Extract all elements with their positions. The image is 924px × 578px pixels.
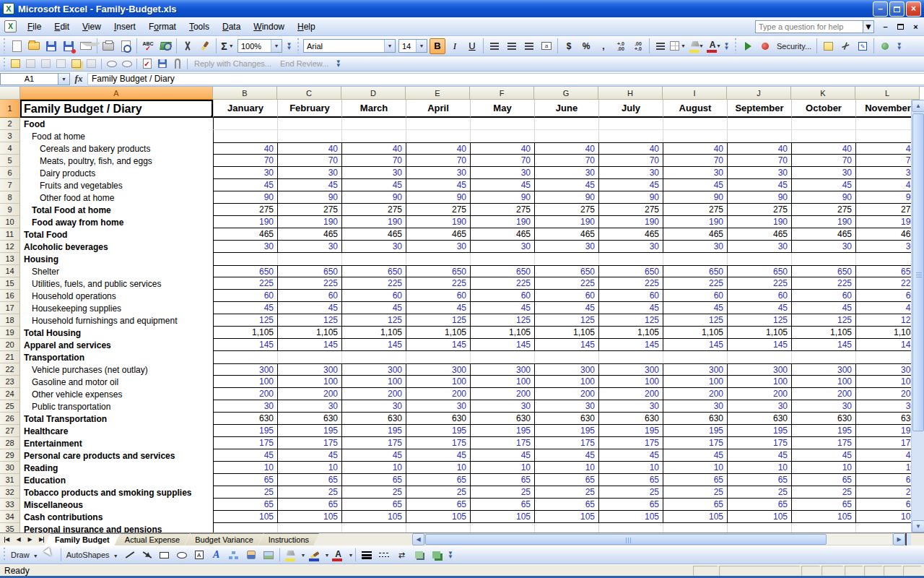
cell-H11[interactable]: 465: [598, 228, 663, 241]
cell-H32[interactable]: 25: [598, 486, 663, 499]
cell-J10[interactable]: 190: [727, 216, 791, 228]
cell-K34[interactable]: 105: [791, 511, 855, 523]
oval-tool-icon[interactable]: [174, 547, 190, 563]
horizontal-scrollbar[interactable]: ◀ ▶: [412, 533, 911, 546]
workbook-close-icon[interactable]: ×: [910, 21, 921, 32]
cell-L24[interactable]: 200: [855, 388, 920, 400]
cell-J4[interactable]: 40: [727, 142, 791, 155]
cell-F6[interactable]: 30: [470, 167, 534, 179]
cell-C29[interactable]: 45: [277, 449, 341, 462]
cell-A27[interactable]: Healthcare: [20, 425, 213, 437]
cell-D1[interactable]: March: [341, 100, 406, 118]
cell-J31[interactable]: 65: [727, 474, 791, 486]
cell-G4[interactable]: 40: [534, 142, 598, 155]
cell-H2[interactable]: [598, 118, 663, 130]
cell-D28[interactable]: 175: [341, 437, 406, 449]
cell-E14[interactable]: 650: [406, 265, 470, 277]
row-header-13[interactable]: 13: [0, 253, 20, 265]
cell-K15[interactable]: 225: [791, 277, 855, 290]
cell-I3[interactable]: [663, 130, 727, 142]
cell-B30[interactable]: 10: [213, 462, 277, 474]
cell-E7[interactable]: 45: [406, 179, 470, 191]
cell-H23[interactable]: 100: [598, 376, 663, 388]
row-header-9[interactable]: 9: [0, 204, 20, 216]
end-review-button[interactable]: End Review...: [276, 59, 333, 68]
cell-B22[interactable]: 300: [213, 363, 277, 376]
cell-B20[interactable]: 145: [213, 339, 277, 351]
cell-H14[interactable]: 650: [598, 265, 663, 277]
cell-F35[interactable]: [470, 523, 534, 532]
cell-E8[interactable]: 90: [406, 191, 470, 204]
cell-I11[interactable]: 465: [663, 228, 727, 241]
row-header-35[interactable]: 35: [0, 523, 20, 532]
row-header-2[interactable]: 2: [0, 118, 20, 130]
cell-G6[interactable]: 30: [534, 167, 598, 179]
rectangle-tool-icon[interactable]: [157, 547, 173, 563]
menu-format[interactable]: Format: [142, 19, 183, 35]
first-sheet-icon[interactable]: ◀: [1, 534, 12, 545]
cell-A4[interactable]: Cereals and bakery products: [20, 142, 213, 155]
cell-E10[interactable]: 190: [406, 216, 470, 228]
cell-B17[interactable]: 45: [213, 302, 277, 314]
cell-C7[interactable]: 45: [277, 179, 341, 191]
cell-B23[interactable]: 100: [213, 376, 277, 388]
cell-D25[interactable]: 30: [341, 400, 406, 413]
toolbar-drag-handle[interactable]: [733, 38, 737, 54]
cell-F34[interactable]: 105: [470, 511, 534, 523]
cell-G2[interactable]: [534, 118, 598, 130]
cell-K28[interactable]: 175: [791, 437, 855, 449]
cell-H12[interactable]: 30: [598, 241, 663, 253]
cell-H34[interactable]: 105: [598, 511, 663, 523]
cell-G16[interactable]: 60: [534, 290, 598, 302]
cell-I30[interactable]: 10: [663, 462, 727, 474]
cell-C25[interactable]: 30: [277, 400, 341, 413]
cell-I26[interactable]: 630: [663, 413, 727, 425]
arrow-style-icon[interactable]: ⇄: [393, 547, 409, 563]
cell-A32[interactable]: Tobacco products and smoking supplies: [20, 486, 213, 499]
cell-G32[interactable]: 25: [534, 486, 598, 499]
cell-E18[interactable]: 125: [406, 314, 470, 327]
align-right-button[interactable]: [521, 38, 537, 54]
col-header-F[interactable]: F: [470, 87, 534, 100]
cell-G33[interactable]: 65: [534, 499, 598, 511]
cell-A21[interactable]: Transportation: [20, 351, 213, 363]
cell-J25[interactable]: 30: [727, 400, 791, 413]
cell-D13[interactable]: [341, 253, 406, 265]
cell-D8[interactable]: 90: [341, 191, 406, 204]
tab-split-handle[interactable]: [905, 533, 911, 545]
cell-I7[interactable]: 45: [663, 179, 727, 191]
cell-E23[interactable]: 100: [406, 376, 470, 388]
next-comment-icon[interactable]: [39, 57, 53, 70]
cell-K31[interactable]: 65: [791, 474, 855, 486]
cell-B32[interactable]: 25: [213, 486, 277, 499]
row-header-6[interactable]: 6: [0, 167, 20, 179]
3d-style-icon[interactable]: [428, 547, 444, 563]
cell-A22[interactable]: Vehicle purchases (net outlay): [20, 363, 213, 376]
increase-decimal-button[interactable]: +.0.00: [613, 38, 629, 54]
cell-F19[interactable]: 1,105: [470, 327, 534, 339]
col-header-E[interactable]: E: [406, 87, 470, 100]
font-color-icon[interactable]: A: [330, 547, 346, 563]
cell-C34[interactable]: 105: [277, 511, 341, 523]
fill-color-icon[interactable]: [283, 547, 299, 563]
underline-button[interactable]: U: [464, 38, 480, 54]
cell-G14[interactable]: 650: [534, 265, 598, 277]
cell-G7[interactable]: 45: [534, 179, 598, 191]
col-header-D[interactable]: D: [341, 87, 406, 100]
cell-D29[interactable]: 45: [341, 449, 406, 462]
cell-C22[interactable]: 300: [277, 363, 341, 376]
cell-F10[interactable]: 190: [470, 216, 534, 228]
cell-G28[interactable]: 175: [534, 437, 598, 449]
col-header-C[interactable]: C: [277, 87, 341, 100]
cell-K30[interactable]: 10: [791, 462, 855, 474]
cell-E12[interactable]: 30: [406, 241, 470, 253]
menu-window[interactable]: Window: [247, 19, 291, 35]
cell-E26[interactable]: 630: [406, 413, 470, 425]
next-sheet-icon[interactable]: ▶: [25, 534, 35, 545]
cell-L15[interactable]: 225: [855, 277, 920, 290]
cell-I17[interactable]: 45: [663, 302, 727, 314]
cell-C33[interactable]: 65: [277, 499, 341, 511]
cell-K6[interactable]: 30: [791, 167, 855, 179]
cell-J32[interactable]: 25: [727, 486, 791, 499]
cell-K32[interactable]: 25: [791, 486, 855, 499]
